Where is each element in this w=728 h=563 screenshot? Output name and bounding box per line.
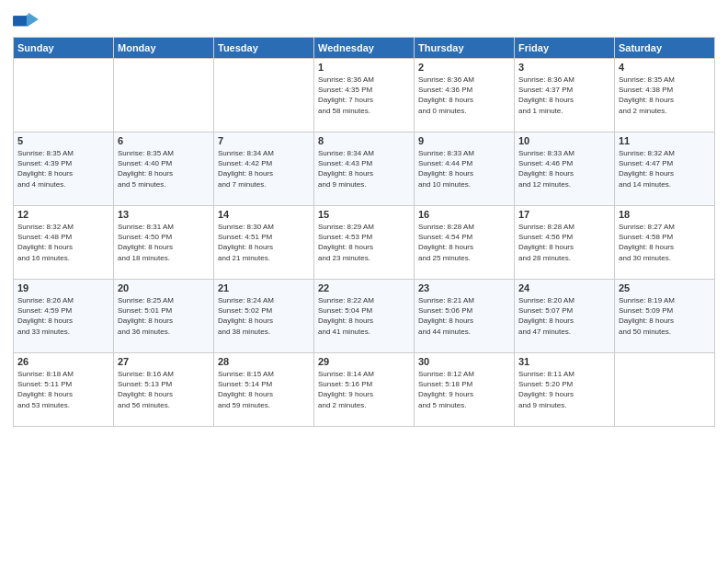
day-info: Sunrise: 8:33 AM Sunset: 4:46 PM Dayligh… [518,148,610,190]
svg-rect-2 [13,16,28,26]
day-info: Sunrise: 8:29 AM Sunset: 4:53 PM Dayligh… [318,222,410,263]
day-number: 10 [518,135,610,146]
day-info: Sunrise: 8:33 AM Sunset: 4:44 PM Dayligh… [418,148,510,190]
calendar-cell: 11Sunrise: 8:32 AM Sunset: 4:47 PM Dayli… [615,132,715,206]
calendar-cell: 25Sunrise: 8:19 AM Sunset: 5:09 PM Dayli… [615,280,715,353]
weekday-header-cell: Thursday [415,38,515,59]
weekday-header-cell: Saturday [615,38,715,59]
day-info: Sunrise: 8:22 AM Sunset: 5:04 PM Dayligh… [318,295,410,337]
day-number: 25 [619,282,711,293]
calendar-cell: 28Sunrise: 8:15 AM Sunset: 5:14 PM Dayli… [214,353,314,427]
day-info: Sunrise: 8:27 AM Sunset: 4:58 PM Dayligh… [619,222,711,263]
calendar-cell: 14Sunrise: 8:30 AM Sunset: 4:51 PM Dayli… [214,206,314,280]
day-info: Sunrise: 8:34 AM Sunset: 4:42 PM Dayligh… [218,148,310,190]
day-number: 20 [118,282,210,293]
calendar-cell: 31Sunrise: 8:11 AM Sunset: 5:20 PM Dayli… [515,353,615,427]
day-number: 31 [518,356,610,367]
day-number: 6 [118,135,210,146]
calendar-cell [615,353,715,427]
day-number: 21 [218,282,310,293]
day-number: 4 [619,62,711,73]
day-info: Sunrise: 8:21 AM Sunset: 5:06 PM Dayligh… [418,295,510,337]
calendar-cell: 5Sunrise: 8:35 AM Sunset: 4:39 PM Daylig… [14,132,114,206]
day-number: 23 [418,282,510,293]
calendar-cell: 7Sunrise: 8:34 AM Sunset: 4:42 PM Daylig… [214,132,314,206]
day-info: Sunrise: 8:12 AM Sunset: 5:18 PM Dayligh… [418,369,510,410]
day-info: Sunrise: 8:32 AM Sunset: 4:47 PM Dayligh… [619,148,711,190]
day-info: Sunrise: 8:35 AM Sunset: 4:38 PM Dayligh… [619,75,711,116]
calendar-cell: 1Sunrise: 8:36 AM Sunset: 4:35 PM Daylig… [314,59,415,132]
day-number: 26 [17,356,109,367]
day-number: 14 [218,209,310,220]
calendar-cell: 22Sunrise: 8:22 AM Sunset: 5:04 PM Dayli… [314,280,415,353]
day-info: Sunrise: 8:18 AM Sunset: 5:11 PM Dayligh… [17,369,109,410]
day-number: 17 [518,209,610,220]
calendar-cell: 6Sunrise: 8:35 AM Sunset: 4:40 PM Daylig… [114,132,214,206]
day-number: 29 [318,356,410,367]
day-number: 30 [418,356,510,367]
calendar-container: SundayMondayTuesdayWednesdayThursdayFrid… [0,0,728,563]
day-number: 9 [418,135,510,146]
day-info: Sunrise: 8:36 AM Sunset: 4:36 PM Dayligh… [418,75,510,116]
day-info: Sunrise: 8:28 AM Sunset: 4:56 PM Dayligh… [518,222,610,263]
calendar-body: 1Sunrise: 8:36 AM Sunset: 4:35 PM Daylig… [14,59,715,427]
calendar-cell: 12Sunrise: 8:32 AM Sunset: 4:48 PM Dayli… [14,206,114,280]
calendar-cell: 20Sunrise: 8:25 AM Sunset: 5:01 PM Dayli… [114,280,214,353]
day-number: 5 [17,135,109,146]
day-number: 13 [118,209,210,220]
calendar-cell: 23Sunrise: 8:21 AM Sunset: 5:06 PM Dayli… [415,280,515,353]
day-info: Sunrise: 8:16 AM Sunset: 5:13 PM Dayligh… [118,369,210,410]
day-info: Sunrise: 8:25 AM Sunset: 5:01 PM Dayligh… [118,295,210,337]
calendar-cell: 24Sunrise: 8:20 AM Sunset: 5:07 PM Dayli… [515,280,615,353]
day-number: 19 [17,282,109,293]
calendar-cell: 4Sunrise: 8:35 AM Sunset: 4:38 PM Daylig… [615,59,715,132]
day-info: Sunrise: 8:30 AM Sunset: 4:51 PM Dayligh… [218,222,310,263]
calendar-cell: 16Sunrise: 8:28 AM Sunset: 4:54 PM Dayli… [415,206,515,280]
day-number: 24 [518,282,610,293]
calendar-cell: 19Sunrise: 8:26 AM Sunset: 4:59 PM Dayli… [14,280,114,353]
weekday-header-cell: Sunday [14,38,114,59]
calendar-cell: 9Sunrise: 8:33 AM Sunset: 4:44 PM Daylig… [415,132,515,206]
day-info: Sunrise: 8:35 AM Sunset: 4:40 PM Dayligh… [118,148,210,190]
calendar-week-row: 5Sunrise: 8:35 AM Sunset: 4:39 PM Daylig… [14,132,715,206]
calendar-cell: 8Sunrise: 8:34 AM Sunset: 4:43 PM Daylig… [314,132,415,206]
day-number: 2 [418,62,510,73]
calendar-week-row: 1Sunrise: 8:36 AM Sunset: 4:35 PM Daylig… [14,59,715,132]
day-info: Sunrise: 8:32 AM Sunset: 4:48 PM Dayligh… [17,222,109,263]
calendar-cell: 30Sunrise: 8:12 AM Sunset: 5:18 PM Dayli… [415,353,515,427]
calendar-week-row: 19Sunrise: 8:26 AM Sunset: 4:59 PM Dayli… [14,280,715,353]
weekday-header-cell: Monday [114,38,214,59]
weekday-header-cell: Friday [515,38,615,59]
day-number: 3 [518,62,610,73]
day-number: 16 [418,209,510,220]
logo [13,9,42,29]
calendar-cell: 21Sunrise: 8:24 AM Sunset: 5:02 PM Dayli… [214,280,314,353]
day-info: Sunrise: 8:36 AM Sunset: 4:37 PM Dayligh… [518,75,610,116]
calendar-cell: 2Sunrise: 8:36 AM Sunset: 4:36 PM Daylig… [415,59,515,132]
calendar-cell [214,59,314,132]
day-number: 18 [619,209,711,220]
day-info: Sunrise: 8:31 AM Sunset: 4:50 PM Dayligh… [118,222,210,263]
calendar-cell: 13Sunrise: 8:31 AM Sunset: 4:50 PM Dayli… [114,206,214,280]
calendar-cell: 26Sunrise: 8:18 AM Sunset: 5:11 PM Dayli… [14,353,114,427]
day-info: Sunrise: 8:20 AM Sunset: 5:07 PM Dayligh… [518,295,610,337]
calendar-cell [114,59,214,132]
day-info: Sunrise: 8:28 AM Sunset: 4:54 PM Dayligh… [418,222,510,263]
day-number: 7 [218,135,310,146]
calendar-week-row: 26Sunrise: 8:18 AM Sunset: 5:11 PM Dayli… [14,353,715,427]
calendar-header [13,9,715,29]
day-number: 8 [318,135,410,146]
day-number: 27 [118,356,210,367]
calendar-cell: 27Sunrise: 8:16 AM Sunset: 5:13 PM Dayli… [114,353,214,427]
day-number: 1 [318,62,410,73]
calendar-table: SundayMondayTuesdayWednesdayThursdayFrid… [13,37,715,427]
calendar-cell: 17Sunrise: 8:28 AM Sunset: 4:56 PM Dayli… [515,206,615,280]
day-info: Sunrise: 8:19 AM Sunset: 5:09 PM Dayligh… [619,295,711,337]
day-info: Sunrise: 8:34 AM Sunset: 4:43 PM Dayligh… [318,148,410,190]
day-info: Sunrise: 8:35 AM Sunset: 4:39 PM Dayligh… [17,148,109,190]
day-number: 11 [619,135,711,146]
day-info: Sunrise: 8:14 AM Sunset: 5:16 PM Dayligh… [318,369,410,410]
weekday-header-cell: Wednesday [314,38,415,59]
day-number: 12 [17,209,109,220]
logo-icon [13,9,39,29]
